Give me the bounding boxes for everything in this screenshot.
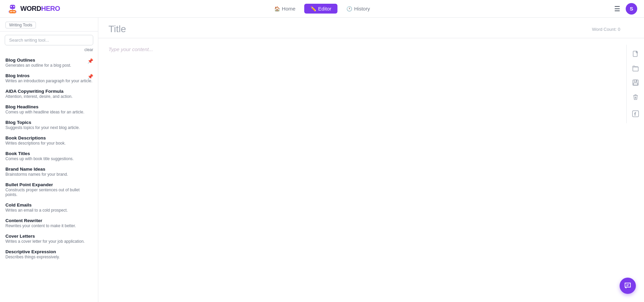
folder-icon: [632, 65, 639, 72]
sidebar-item-bullet-point-expander[interactable]: Bullet Point ExpanderConstructs proper s…: [0, 179, 98, 200]
sidebar-item-cold-emails[interactable]: Cold EmailsWrites an email to a cold pro…: [0, 200, 98, 215]
svg-rect-8: [12, 11, 14, 12]
sidebar-item-descriptive-expression[interactable]: Descriptive ExpressionDescribes things e…: [0, 246, 98, 262]
svg-point-2: [11, 6, 12, 7]
editor-title[interactable]: Title: [108, 24, 126, 35]
svg-point-6: [10, 11, 12, 12]
sidebar-item-cover-letters[interactable]: Cover LettersWrites a cover letter for y…: [0, 231, 98, 246]
sidebar-list: Blog OutlinesGenerates an outline for a …: [0, 53, 98, 302]
tool-name: Content Rewriter: [5, 218, 93, 223]
tool-name: Descriptive Expression: [5, 249, 93, 254]
tool-desc: Writes a cover letter for your job appli…: [5, 239, 93, 244]
tool-name: Blog Headlines: [5, 104, 93, 109]
writing-tools-badge: Writing Tools: [5, 22, 36, 28]
sidebar-item-aida[interactable]: AIDA Copywriting FormulaAttention, inter…: [0, 86, 98, 102]
tool-desc: Attention, interest, desire, and action.: [5, 94, 93, 99]
sidebar-item-blog-topics[interactable]: Blog TopicsSuggests topics for your next…: [0, 117, 98, 133]
clear-button[interactable]: clear: [0, 47, 98, 53]
new-document-button[interactable]: [629, 47, 642, 61]
search-area: [0, 31, 98, 47]
tool-desc: Describes things expressively.: [5, 255, 93, 259]
tool-name: AIDA Copywriting Formula: [5, 89, 93, 94]
tool-name: Blog Topics: [5, 120, 93, 125]
tool-desc: Writes an introduction paragraph for you…: [5, 79, 93, 83]
editor-body[interactable]: Type your content...: [98, 38, 644, 302]
nav-home[interactable]: 🏠 Home: [268, 4, 302, 14]
tool-desc: Rewrites your content to make it better.: [5, 223, 93, 228]
avatar[interactable]: S: [626, 3, 637, 15]
sidebar-item-content-rewriter[interactable]: Content RewriterRewrites your content to…: [0, 215, 98, 231]
tool-name: Cold Emails: [5, 202, 93, 208]
svg-rect-10: [16, 10, 17, 13]
tool-name: Blog Outlines: [5, 58, 93, 63]
tool-desc: Suggests topics for your next blog artic…: [5, 125, 93, 130]
editor-placeholder: Type your content...: [108, 46, 153, 52]
word-count: Word Count: 0: [592, 27, 620, 32]
svg-rect-13: [634, 80, 637, 82]
trash-icon: [632, 93, 639, 101]
sidebar-header: Writing Tools: [0, 18, 98, 31]
svg-rect-4: [12, 9, 13, 10]
delete-button[interactable]: [629, 90, 642, 104]
tool-name: Brand Name Ideas: [5, 167, 93, 172]
tool-desc: Comes up with book title suggestions.: [5, 156, 93, 161]
sidebar-item-blog-intros[interactable]: Blog IntrosWrites an introduction paragr…: [0, 70, 98, 86]
chat-support-button[interactable]: [620, 278, 636, 294]
open-folder-button[interactable]: [629, 62, 642, 75]
content-area: Title Word Count: 0 Type your content...: [98, 18, 644, 302]
pin-icon: 📌: [87, 58, 93, 64]
sidebar-item-book-descriptions[interactable]: Book DescriptionsWrites descriptions for…: [0, 133, 98, 148]
logo-icon: [7, 3, 18, 15]
sidebar-item-blog-outlines[interactable]: Blog OutlinesGenerates an outline for a …: [0, 55, 98, 70]
logo[interactable]: WORDHERO: [7, 3, 60, 15]
tool-name: Book Descriptions: [5, 135, 93, 141]
pin-icon: 📌: [87, 74, 93, 79]
editor-icon: ✏️: [310, 6, 316, 12]
tool-desc: Brainstorms names for your brand.: [5, 172, 93, 177]
svg-point-7: [14, 11, 15, 12]
save-button[interactable]: [629, 76, 642, 89]
header-right: ☰ S: [614, 3, 637, 15]
title-bar: Title Word Count: 0: [98, 18, 644, 38]
sidebar: Writing Tools clear Blog OutlinesGenerat…: [0, 18, 98, 302]
tool-name: Blog Intros: [5, 73, 93, 78]
tool-name: Bullet Point Expander: [5, 182, 93, 187]
hamburger-icon[interactable]: ☰: [614, 5, 620, 13]
sidebar-item-blog-headlines[interactable]: Blog HeadlinesComes up with headline ide…: [0, 102, 98, 117]
header: WORDHERO 🏠 Home ✏️ Editor 🕐 History ☰ S: [0, 0, 644, 18]
sidebar-item-book-titles[interactable]: Book TitlesComes up with book title sugg…: [0, 148, 98, 164]
nav-editor[interactable]: ✏️ Editor: [304, 4, 338, 14]
search-input[interactable]: [5, 35, 93, 45]
save-icon: [632, 79, 639, 86]
tool-desc: Writes an email to a cold prospect.: [5, 208, 93, 213]
right-icons: [626, 45, 644, 123]
history-icon: 🕐: [346, 6, 352, 12]
tool-desc: Constructs proper sentences out of bulle…: [5, 188, 93, 197]
tool-desc: Comes up with headline ideas for an arti…: [5, 110, 93, 114]
svg-rect-14: [633, 83, 638, 85]
tool-desc: Writes descriptions for your book.: [5, 141, 93, 146]
tool-desc: Generates an outline for a blog post.: [5, 63, 93, 68]
tool-name: Book Titles: [5, 151, 93, 156]
svg-point-3: [13, 6, 15, 7]
chat-icon: [624, 282, 632, 290]
logo-text: WORDHERO: [20, 5, 60, 13]
svg-rect-9: [8, 10, 9, 13]
facebook-button[interactable]: [629, 107, 642, 121]
nav-history[interactable]: 🕐 History: [340, 4, 376, 14]
main-nav: 🏠 Home ✏️ Editor 🕐 History: [268, 4, 376, 14]
tool-name: Cover Letters: [5, 234, 93, 239]
main-layout: Writing Tools clear Blog OutlinesGenerat…: [0, 18, 644, 302]
home-icon: 🏠: [274, 6, 280, 12]
sidebar-item-brand-name-ideas[interactable]: Brand Name IdeasBrainstorms names for yo…: [0, 164, 98, 179]
facebook-icon: [632, 110, 639, 117]
new-doc-icon: [632, 50, 639, 58]
